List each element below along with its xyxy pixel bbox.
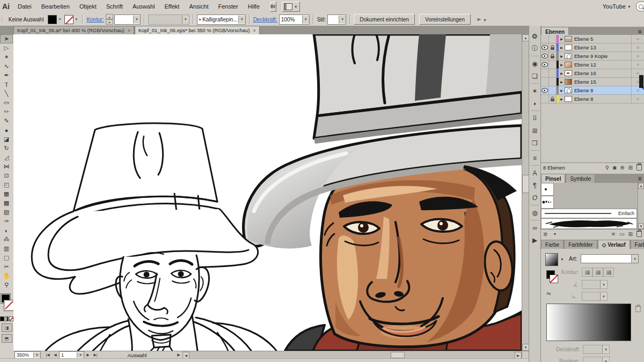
layer-row-ebene16[interactable]: ▶ Ebene 16 ○ <box>541 69 644 78</box>
visibility-toggle[interactable] <box>541 78 549 86</box>
slice-tool[interactable]: ✂ <box>0 262 13 271</box>
remove-brush-stroke-icon[interactable]: ✕ <box>611 231 616 237</box>
layer-thumbnail[interactable] <box>565 36 572 42</box>
layer-name[interactable]: Ebene 13 <box>574 45 631 50</box>
angle-dropdown[interactable]: ▼ <box>582 280 608 289</box>
line-tool[interactable]: ╲ <box>0 89 13 98</box>
character-icon[interactable]: A <box>529 167 541 179</box>
canvas-artwork[interactable] <box>13 34 522 351</box>
paragraph-icon[interactable]: ¶ <box>529 179 541 191</box>
scroll-down-icon[interactable]: ▼ <box>638 223 644 229</box>
tab-farbfelder[interactable]: Farbfelder <box>564 240 597 249</box>
scroll-right-icon[interactable]: ▶ <box>515 352 522 359</box>
direct-selection-tool[interactable]: ▷ <box>0 43 13 53</box>
brush-calligraphic-dot[interactable] <box>541 183 554 196</box>
align-icon[interactable]: ⊞ <box>529 124 541 137</box>
target-circle[interactable]: ○ <box>631 35 644 43</box>
info-icon[interactable]: ⓘ <box>529 42 541 55</box>
appearance-icon[interactable]: ❂ <box>529 30 541 42</box>
color-icon[interactable]: ◉ <box>529 57 541 70</box>
expand-arrow-icon[interactable]: ▶ <box>559 54 565 58</box>
menu-ansicht[interactable]: Ansicht <box>184 1 213 12</box>
target-circle[interactable]: ○ <box>631 61 644 69</box>
rotate-tool[interactable]: ↻ <box>0 144 13 153</box>
blend-tool[interactable]: ◐ <box>0 226 13 235</box>
layer-thumbnail[interactable] <box>565 96 572 102</box>
delete-brush-icon[interactable] <box>636 231 642 237</box>
aspect-ratio-dropdown[interactable]: ▼ <box>582 292 608 301</box>
menu-auswahl[interactable]: Auswahl <box>128 1 160 12</box>
lock-toggle[interactable] <box>549 69 557 77</box>
layer-thumbnail[interactable] <box>565 53 572 59</box>
blob-brush-tool[interactable]: ● <box>0 125 13 135</box>
layer-thumbnail[interactable] <box>565 45 572 50</box>
chevron-down-icon[interactable]: ▼ <box>560 257 564 261</box>
gradient-stroke-swatch[interactable] <box>550 275 558 283</box>
zoom-level-dropdown[interactable]: 350% ▼ <box>14 351 41 359</box>
rectangle-tool[interactable]: ▭ <box>0 98 13 107</box>
layer-name[interactable]: Ebene 8 <box>574 96 631 102</box>
zoom-tool[interactable]: ⚲ <box>0 280 13 290</box>
stroke-dropdown-arrow[interactable]: ▼ <box>74 16 79 24</box>
visibility-toggle[interactable] <box>541 86 549 94</box>
tab-symbole[interactable]: Symbole <box>566 174 595 183</box>
color-guide-icon[interactable]: ◍ <box>529 206 541 219</box>
transform-icon[interactable]: ⠿ <box>529 112 541 124</box>
layer-name[interactable]: Ebene 9 <box>574 87 631 93</box>
pointer-options-icon[interactable]: ➢▼ <box>476 16 487 23</box>
fill-stroke-swatches[interactable] <box>0 293 13 314</box>
menu-objekt[interactable]: Objekt <box>75 1 101 12</box>
free-transform-tool[interactable]: ⊡ <box>0 171 13 180</box>
stepper-up-icon[interactable]: ▴ <box>106 14 113 19</box>
pencil-tool[interactable]: ✎ <box>0 116 13 125</box>
gradient-preview-swatch[interactable] <box>545 253 558 266</box>
brush-scrollbar[interactable]: ▲ ▼ <box>638 183 644 229</box>
lock-toggle[interactable] <box>549 61 557 69</box>
layer-row-ebene13[interactable]: ▶ Ebene 13 ○ <box>541 43 644 52</box>
workspace-name[interactable]: YouTube▼ <box>598 1 636 12</box>
stop-position-dropdown[interactable]: ▼ <box>583 357 610 362</box>
gradient-stroke-within-button[interactable] <box>582 268 592 277</box>
target-circle[interactable]: ○ <box>631 52 644 60</box>
lock-toggle[interactable] <box>549 43 557 51</box>
layer-thumbnail[interactable] <box>565 87 572 93</box>
kontur-link[interactable]: Kontur: <box>86 17 104 23</box>
document-setup-button[interactable]: Dokument einrichten <box>354 14 415 25</box>
next-artboard-button[interactable]: ▶ <box>84 352 92 358</box>
layer-thumbnail[interactable] <box>565 70 572 76</box>
tab-farbhilfe[interactable]: Farbhilfe <box>631 240 644 249</box>
stepper-down-icon[interactable]: ▾ <box>106 19 113 25</box>
panel-menu-icon[interactable]: ≣ <box>638 176 642 181</box>
expand-arrow-icon[interactable]: ▶ <box>559 80 565 84</box>
expand-arrow-icon[interactable]: ▶ <box>559 37 565 41</box>
reverse-gradient-icon[interactable]: ⇋ <box>546 291 551 297</box>
gradient-button[interactable] <box>5 316 9 321</box>
menu-hilfe[interactable]: Hilfe <box>243 1 265 12</box>
color-button[interactable] <box>0 316 4 321</box>
lasso-tool[interactable]: ∿ <box>0 62 13 71</box>
layers-scroll-indicator[interactable] <box>639 75 643 88</box>
brush-einfach[interactable]: Einfach <box>541 209 637 218</box>
drawing-mode-button[interactable]: ◨ <box>2 323 12 332</box>
new-sublayer-icon[interactable]: ⊕ <box>620 165 624 171</box>
eraser-tool[interactable]: ◪ <box>0 135 13 144</box>
scale-tool[interactable]: ◿ <box>0 153 13 162</box>
new-layer-icon[interactable]: ⊞ <box>628 165 633 171</box>
document-tab-1[interactable]: Kopf_01_Ink_06.ai* bei 400 % (RGB/Vorsch… <box>13 26 134 34</box>
clipping-mask-icon[interactable]: ◙ <box>613 165 616 171</box>
mesh-tool[interactable]: ▩ <box>0 198 13 208</box>
layer-name[interactable]: Ebene 5 <box>574 36 631 42</box>
symbol-sprayer-tool[interactable]: ⁂ <box>0 235 13 244</box>
layer-row-ebene12[interactable]: ▶ Ebene 12 ○ <box>541 61 644 69</box>
new-brush-icon[interactable]: ⊞ <box>628 231 633 237</box>
graphic-styles-icon[interactable]: ✶ <box>529 85 541 97</box>
gradient-tool[interactable]: ▧ <box>0 208 13 217</box>
expand-arrow-icon[interactable]: ▶ <box>559 88 565 92</box>
pen-tool[interactable]: ✒ <box>0 71 13 80</box>
expand-arrow-icon[interactable]: ▶ <box>559 97 565 101</box>
brush-scatter-dots[interactable] <box>541 196 554 209</box>
type-tool[interactable]: T <box>0 80 13 89</box>
layer-name[interactable]: Ebene 15 <box>574 79 631 85</box>
graph-tool[interactable]: ▥ <box>0 244 13 253</box>
gradient-type-dropdown[interactable]: ▼ <box>581 254 639 263</box>
